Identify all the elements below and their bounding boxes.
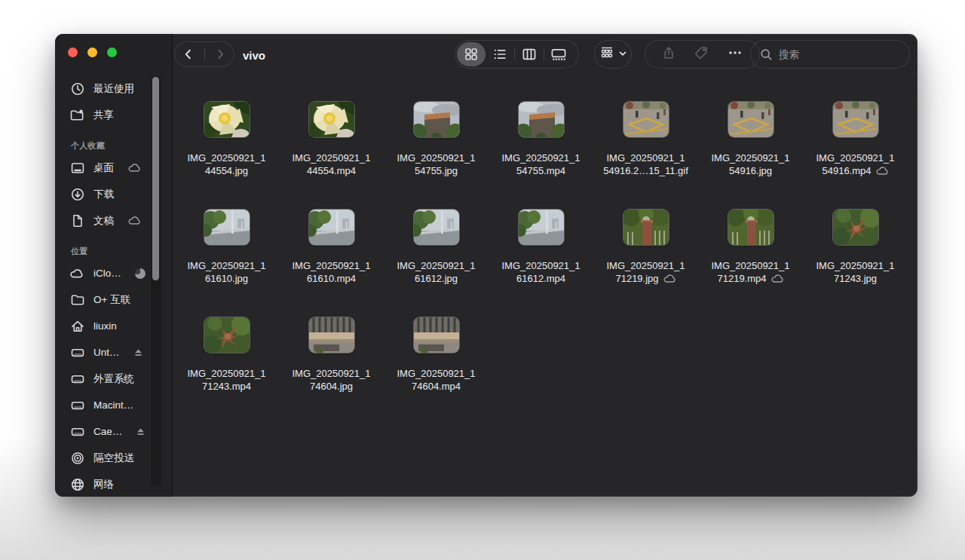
sidebar-item-label: O+ 互联 bbox=[93, 293, 130, 307]
file-name: IMG_20250921_1 54916.jpg bbox=[711, 151, 789, 177]
disk-icon bbox=[69, 398, 85, 413]
sidebar-scrollbar-track[interactable] bbox=[150, 75, 162, 488]
action-buttons bbox=[645, 40, 760, 69]
file-thumbnail-gate[interactable] bbox=[728, 210, 774, 245]
tag-button[interactable] bbox=[694, 45, 709, 63]
file-thumbnail-flower[interactable] bbox=[204, 102, 250, 137]
file-thumbnail-red-leaves[interactable] bbox=[833, 210, 878, 245]
more-button[interactable] bbox=[727, 45, 743, 63]
share-button[interactable] bbox=[661, 45, 676, 63]
sidebar-item-label: 文稿 bbox=[93, 214, 114, 228]
file-name: IMG_20250921_1 71243.jpg bbox=[816, 259, 894, 285]
file-item[interactable]: IMG_20250921_1 71243.mp4 bbox=[174, 317, 279, 425]
chevron-down-icon bbox=[618, 47, 627, 61]
file-name: IMG_20250921_1 54916.2…15_11.gif bbox=[603, 151, 688, 177]
forward-button[interactable] bbox=[209, 43, 231, 66]
file-name: IMG_20250921_1 74604.jpg bbox=[292, 367, 370, 393]
sidebar-item-label: 桌面 bbox=[93, 161, 114, 175]
cloud-icon bbox=[663, 274, 676, 283]
sidebar-item-label: iClo… bbox=[93, 268, 121, 279]
airdrop-icon bbox=[69, 451, 85, 466]
file-thumbnail-flower[interactable] bbox=[309, 102, 354, 137]
file-thumbnail-plaza[interactable] bbox=[728, 102, 774, 137]
file-item[interactable]: IMG_20250921_1 74604.mp4 bbox=[384, 317, 489, 425]
file-item[interactable]: IMG_20250921_1 61612.mp4 bbox=[489, 210, 593, 317]
sidebar-item-label: Macint… bbox=[93, 399, 133, 411]
file-item[interactable]: IMG_20250921_1 61612.jpg bbox=[384, 210, 489, 317]
file-thumbnail-cloudy-building[interactable] bbox=[414, 102, 459, 137]
sidebar-item-label: Cae… bbox=[93, 426, 122, 437]
file-thumbnail-street[interactable] bbox=[414, 210, 459, 245]
file-name: IMG_20250921_1 54916.mp4 bbox=[816, 151, 894, 177]
search-input[interactable] bbox=[750, 40, 910, 69]
back-button[interactable] bbox=[177, 43, 200, 66]
file-thumbnail-gate[interactable] bbox=[623, 210, 669, 245]
file-name: IMG_20250921_1 54755.mp4 bbox=[501, 151, 580, 177]
file-name: IMG_20250921_1 61610.mp4 bbox=[292, 259, 370, 285]
sidebar-item-label: 隔空投送 bbox=[93, 451, 134, 465]
file-item[interactable]: IMG_20250921_1 74604.jpg bbox=[279, 317, 384, 425]
view-button-gallery-view[interactable] bbox=[544, 42, 573, 66]
sidebar-scrollbar-thumb[interactable] bbox=[152, 77, 159, 280]
document-icon bbox=[69, 213, 85, 228]
file-name: IMG_20250921_1 61612.jpg bbox=[397, 259, 475, 285]
file-thumbnail-facade[interactable] bbox=[414, 317, 459, 353]
file-name: IMG_20250921_1 71219.mp4 bbox=[711, 259, 789, 285]
window-title: vivo bbox=[243, 34, 265, 76]
sidebar-item-label: liuxin bbox=[93, 320, 117, 332]
finder-window: 最近使用 共享 个人收藏 桌面 下载 文稿 位置 iClo… O+ 互联 liu… bbox=[55, 34, 918, 497]
desktop-icon bbox=[69, 161, 85, 176]
file-thumbnail-red-leaves[interactable] bbox=[204, 317, 250, 353]
file-grid: IMG_20250921_1 44554.jpg IMG_20250921_1 … bbox=[174, 76, 913, 494]
file-thumbnail-street[interactable] bbox=[519, 210, 564, 245]
file-item[interactable]: IMG_20250921_1 44554.jpg bbox=[174, 102, 279, 210]
search-field bbox=[750, 40, 910, 69]
pie-icon bbox=[135, 268, 146, 279]
globe-icon bbox=[69, 477, 85, 492]
file-thumbnail-cloudy-building[interactable] bbox=[519, 102, 564, 137]
folder-icon bbox=[69, 292, 85, 308]
file-thumbnail-plaza[interactable] bbox=[623, 102, 669, 137]
group-by-button[interactable] bbox=[594, 40, 632, 69]
file-thumbnail-street[interactable] bbox=[204, 210, 250, 245]
file-item[interactable]: IMG_20250921_1 54755.mp4 bbox=[489, 102, 593, 210]
cloud-icon bbox=[127, 216, 141, 225]
file-item[interactable]: IMG_20250921_1 54755.jpg bbox=[384, 102, 489, 210]
file-item[interactable]: IMG_20250921_1 61610.jpg bbox=[174, 210, 279, 317]
icloud-icon bbox=[69, 266, 85, 281]
file-thumbnail-street[interactable] bbox=[309, 210, 354, 245]
file-item[interactable]: IMG_20250921_1 71219.mp4 bbox=[698, 210, 803, 317]
group-by-icon bbox=[599, 45, 615, 63]
cloud-icon bbox=[875, 166, 889, 176]
file-name: IMG_20250921_1 61612.mp4 bbox=[501, 259, 580, 285]
file-item[interactable]: IMG_20250921_1 44554.mp4 bbox=[279, 102, 384, 210]
sidebar-item-label: Unt… bbox=[93, 347, 120, 358]
disk-icon bbox=[69, 372, 85, 387]
download-icon bbox=[69, 187, 85, 202]
file-name: IMG_20250921_1 71219.jpg bbox=[606, 259, 685, 285]
file-name: IMG_20250921_1 71243.mp4 bbox=[187, 367, 265, 393]
file-thumbnail-facade[interactable] bbox=[309, 317, 354, 353]
sidebar-item-label: 共享 bbox=[93, 109, 114, 122]
file-name: IMG_20250921_1 61610.jpg bbox=[187, 259, 265, 285]
file-item[interactable]: IMG_20250921_1 54916.jpg bbox=[698, 102, 803, 210]
file-thumbnail-plaza[interactable] bbox=[833, 102, 878, 137]
sidebar: 最近使用 共享 个人收藏 桌面 下载 文稿 位置 iClo… O+ 互联 liu… bbox=[55, 34, 173, 497]
clock-icon bbox=[69, 81, 85, 96]
sidebar-item-label: 外置系统 bbox=[93, 372, 134, 386]
file-name: IMG_20250921_1 54755.jpg bbox=[397, 151, 475, 177]
view-button-columns-view[interactable] bbox=[515, 42, 544, 66]
file-item[interactable]: IMG_20250921_1 71243.jpg bbox=[803, 210, 908, 317]
disk-icon bbox=[69, 424, 85, 439]
file-item[interactable]: IMG_20250921_1 71219.jpg bbox=[593, 210, 698, 317]
file-item[interactable]: IMG_20250921_1 61610.mp4 bbox=[279, 210, 384, 317]
sidebar-item-label: 网络 bbox=[93, 478, 114, 491]
file-item[interactable]: IMG_20250921_1 54916.mp4 bbox=[803, 102, 908, 210]
file-item[interactable]: IMG_20250921_1 54916.2…15_11.gif bbox=[593, 102, 698, 210]
view-button-grid-view[interactable] bbox=[457, 42, 486, 66]
toolbar: vivo bbox=[55, 34, 918, 76]
view-button-list-view[interactable] bbox=[486, 42, 514, 66]
home-icon bbox=[69, 319, 85, 334]
eject-icon bbox=[136, 427, 146, 436]
cloud-icon bbox=[770, 274, 784, 283]
